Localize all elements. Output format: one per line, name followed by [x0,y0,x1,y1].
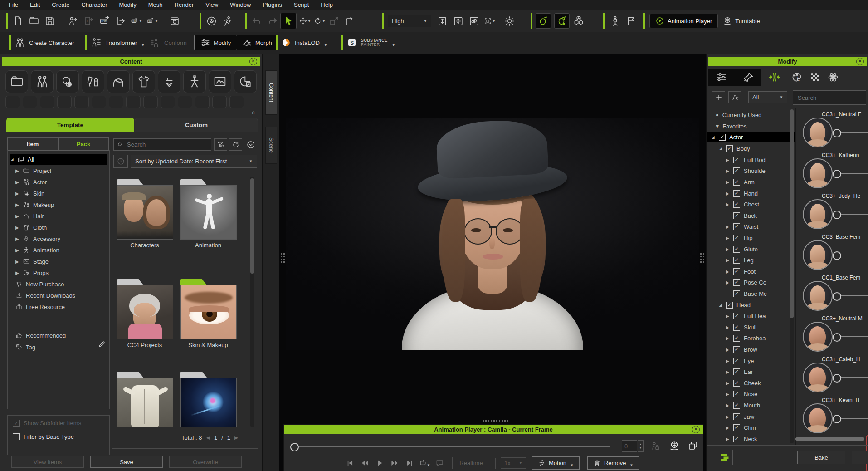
tree-pose-control[interactable]: ▶✓Pose Cc [726,277,796,288]
bottom-splitter-handle[interactable] [483,420,508,422]
tree-item-stage[interactable]: ▶Stage [15,256,49,267]
camera-orbit-pivot-button[interactable] [554,13,570,29]
morph-slider-handle[interactable] [833,415,841,423]
thumbnail-coat[interactable] [117,378,173,427]
turntable-button[interactable]: Turntable [722,16,760,26]
menu-edit[interactable]: Edit [24,1,46,8]
tab-physics-icon[interactable] [827,71,839,83]
morph-thumbnail[interactable] [803,158,833,188]
category-project-tile[interactable] [5,70,28,93]
camera-orbit-button[interactable] [536,13,551,29]
category-hair-tile[interactable] [107,70,130,93]
menu-create[interactable]: Create [46,1,75,8]
thumbnail-space[interactable] [180,378,237,427]
shortcut-slot[interactable] [23,96,37,108]
menu-character[interactable]: Character [75,1,113,8]
menu-script[interactable]: Script [288,1,315,8]
collapse-list-button[interactable] [244,138,257,151]
pack-project-button[interactable] [205,15,217,27]
morph-slider-handle[interactable] [833,292,841,301]
tab-pose-icon[interactable] [742,71,754,83]
morph-list-button[interactable] [728,91,741,103]
tree-neck[interactable]: ▶✓Neck [726,433,796,444]
frame-object-button[interactable]: ▼ [484,15,496,27]
animation-player-button[interactable]: Animation Player [649,14,718,28]
bake-button[interactable]: Bake [797,451,845,464]
tree-brow[interactable]: ▶✓Brow [726,344,796,355]
play-button[interactable] [374,458,385,468]
tree-item-hair[interactable]: ▶Hair [15,211,44,221]
content-panel-header[interactable]: Content ✕ [2,57,260,66]
pose-mode-button[interactable] [609,15,621,27]
tree-item-recent-downloads[interactable]: Recent Downloads [15,290,75,301]
shortcut-slot[interactable] [109,96,123,108]
morph-filter-dropdown[interactable]: All▼ [748,91,787,103]
tree-hip[interactable]: ▶✓Hip [726,232,796,243]
tree-favorites[interactable]: ♥Favorites [716,121,794,132]
menu-window[interactable]: Window [224,1,257,8]
shortcut-slot[interactable] [5,96,20,108]
morph-slider-handle[interactable] [833,129,841,137]
tree-nose[interactable]: ▶✓Nose [726,388,796,399]
morph-thumbnail[interactable] [803,199,833,229]
filter-base-type-checkbox[interactable]: Filter by Base Type [13,433,74,440]
tab-texture-icon[interactable] [809,71,821,83]
morph-thumbnail[interactable] [803,240,833,270]
category-props-tile[interactable] [234,70,257,93]
close-icon[interactable]: ✕ [692,426,700,433]
skip-end-button[interactable] [404,458,415,468]
shortcut-slot[interactable] [143,96,158,108]
morph-tree-scrollbar[interactable] [790,109,794,443]
tree-item-skin[interactable]: ▶Skin [15,188,44,199]
shortcut-slot[interactable] [92,96,106,108]
tree-hand[interactable]: ▶✓Hand [726,188,796,199]
morph-thumbnail[interactable] [803,322,833,352]
pivot-tool-button[interactable] [343,15,355,27]
move-tool-button[interactable]: ▼ [299,15,311,27]
tree-arm[interactable]: ▶✓Arm [726,177,796,187]
frame-number-field[interactable]: 0 [622,440,637,452]
tree-foot[interactable]: ▶✓Foot [726,266,796,277]
create-character-button[interactable]: Create Character [9,32,74,54]
shortcut-slot[interactable] [212,96,227,108]
tree-eye[interactable]: ▶✓Eye [726,355,796,366]
shortcut-slot[interactable] [229,96,244,108]
tree-item-actor[interactable]: ▶Actor [15,177,47,187]
sort-dropdown[interactable]: Sort by Updated Date: Recent First▼ [131,155,257,168]
menu-plugins[interactable]: Plugins [257,1,288,8]
animation-player-header[interactable]: Animation Player : Camila - Current Fram… [284,425,703,434]
content-search-input[interactable] [126,141,208,148]
tab-attributes-icon[interactable] [716,71,727,83]
tab-morph-active[interactable] [764,68,785,86]
tree-currently-used[interactable]: ●Currently Used [716,109,794,120]
tree-item-cloth[interactable]: ▶Cloth [15,222,47,233]
viewport[interactable]: Animation Player : Camila - Current Fram… [279,54,706,471]
thumbnail-cc4-projects[interactable] [117,285,173,339]
category-stage-tile[interactable] [209,70,231,93]
modify-search-input[interactable] [797,94,862,102]
timeline-handle[interactable] [290,443,299,451]
tree-mouth[interactable]: ▶✓Mouth [726,400,796,411]
render-image-button[interactable] [169,15,180,27]
tree-item-makeup[interactable]: ▶Makeup [15,199,54,210]
tree-skull[interactable]: ▶✓Skull [726,322,796,333]
tree-chin[interactable]: ▶✓Chin [726,422,796,433]
morph-tree-view-button[interactable] [717,450,733,465]
select-tool-button[interactable] [280,13,297,29]
morph-slider-handle[interactable] [833,251,841,260]
turntable-icon[interactable] [668,440,680,451]
flag-button[interactable] [625,15,637,27]
pan-camera-button[interactable] [452,15,464,27]
thumbnail-skin-makeup[interactable] [180,285,237,339]
multi-view-button[interactable] [573,15,585,27]
close-icon[interactable]: ✕ [249,58,257,65]
edge-partial-button[interactable] [852,451,868,464]
tree-jaw[interactable]: ▶✓Jaw [726,411,796,422]
export-character-button[interactable] [67,15,79,27]
shortcut-slot[interactable] [57,96,72,108]
morph-slider-handle[interactable] [833,170,841,178]
tree-cheek[interactable]: ▶✓Cheek [726,378,796,388]
instalod-button[interactable]: InstaLOD ▼ [276,32,327,54]
shortcut-slot[interactable] [178,96,192,108]
tree-full-head[interactable]: ▶✓Full Hea [726,310,796,321]
